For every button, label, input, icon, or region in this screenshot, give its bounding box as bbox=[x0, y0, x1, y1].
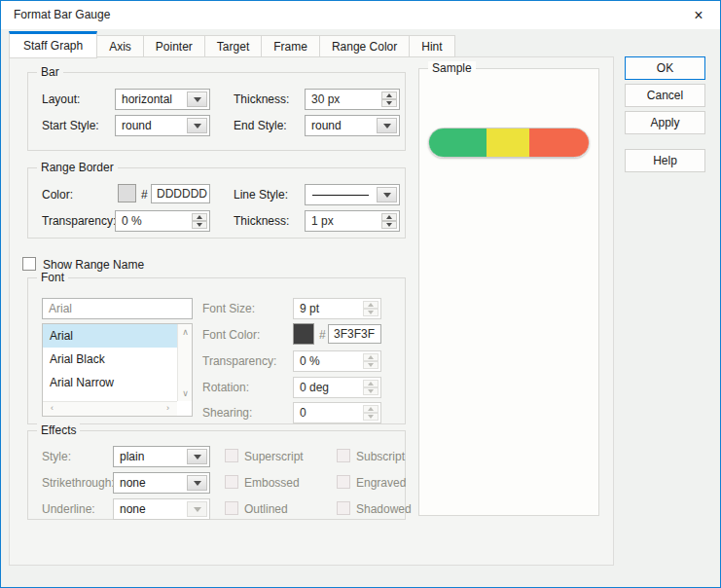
font-size-spinner: 9 pt bbox=[293, 298, 381, 319]
tab-range-color[interactable]: Range Color bbox=[319, 35, 410, 57]
tab-pointer[interactable]: Pointer bbox=[143, 35, 205, 57]
font-group-title: Font bbox=[37, 271, 68, 284]
border-color-label: Color: bbox=[42, 188, 73, 202]
spin-up-icon bbox=[363, 405, 379, 413]
engraved-checkbox[interactable] bbox=[337, 475, 350, 489]
shearing-spinner: 0 bbox=[293, 402, 381, 423]
spin-down-icon[interactable] bbox=[381, 221, 397, 229]
line-style-dropdown[interactable] bbox=[305, 184, 400, 205]
style-label: Style: bbox=[42, 450, 71, 463]
embossed-checkbox[interactable] bbox=[225, 475, 238, 489]
spin-up-icon bbox=[363, 380, 379, 387]
format-bar-gauge-dialog: Format Bar Gauge × Staff Graph Axis Poin… bbox=[0, 0, 721, 588]
chevron-down-icon[interactable] bbox=[187, 92, 207, 107]
range-border-group: Range Border Color: # DDDDDD Line Style:… bbox=[27, 167, 406, 239]
border-thickness-spinner[interactable]: 1 px bbox=[305, 210, 400, 232]
show-range-name-label: Show Range Name bbox=[43, 258, 144, 272]
style-dropdown[interactable]: plain bbox=[113, 446, 210, 467]
chevron-down-icon[interactable] bbox=[377, 187, 397, 202]
end-style-dropdown[interactable]: round bbox=[305, 115, 400, 136]
border-thickness-label: Thickness: bbox=[234, 214, 289, 228]
font-list-item[interactable]: Arial Narrow bbox=[43, 371, 177, 394]
strikethrough-label: Strikethrough: bbox=[42, 476, 115, 490]
spin-down-icon[interactable] bbox=[192, 221, 207, 229]
chevron-down-icon[interactable] bbox=[187, 118, 207, 133]
apply-button[interactable]: Apply bbox=[625, 111, 705, 134]
cancel-button[interactable]: Cancel bbox=[625, 84, 705, 107]
tab-hint[interactable]: Hint bbox=[409, 35, 454, 57]
hash-sign: # bbox=[319, 328, 326, 342]
chevron-up-icon[interactable]: ∧ bbox=[178, 327, 193, 337]
spin-up-icon[interactable] bbox=[192, 213, 207, 221]
help-button[interactable]: Help bbox=[625, 149, 705, 172]
chevron-down-icon[interactable] bbox=[187, 475, 207, 491]
font-color-hex-input[interactable]: 3F3F3F bbox=[328, 324, 381, 344]
border-transparency-spinner[interactable]: 0 % bbox=[115, 210, 210, 232]
gauge-segment-red bbox=[529, 129, 589, 157]
rotation-spinner: 0 deg bbox=[293, 377, 381, 398]
spin-up-icon[interactable] bbox=[381, 92, 397, 99]
tab-frame[interactable]: Frame bbox=[261, 35, 320, 57]
bar-group-title: Bar bbox=[37, 65, 63, 79]
ok-button[interactable]: OK bbox=[625, 56, 705, 80]
close-icon[interactable]: × bbox=[687, 5, 710, 25]
font-list[interactable]: Arial Arial Black Arial Narrow Arial Uni… bbox=[42, 323, 193, 417]
chevron-down-icon[interactable] bbox=[377, 118, 397, 133]
tab-target[interactable]: Target bbox=[204, 35, 262, 57]
hash-sign: # bbox=[141, 188, 148, 202]
layout-label: Layout: bbox=[42, 92, 80, 106]
superscript-checkbox[interactable] bbox=[225, 449, 238, 462]
font-list-item[interactable]: Arial Unicode MS bbox=[43, 394, 177, 401]
gauge-segment-yellow bbox=[487, 129, 529, 157]
outlined-label: Outlined bbox=[244, 502, 288, 516]
chevron-left-icon[interactable]: ‹ bbox=[45, 403, 59, 413]
font-group: Font Arial Arial Arial Black Arial Narro… bbox=[27, 277, 406, 424]
shearing-label: Shearing: bbox=[202, 406, 252, 420]
gauge-segment-green bbox=[429, 129, 487, 157]
chevron-down-icon[interactable] bbox=[187, 449, 207, 464]
border-transparency-label: Transparency: bbox=[42, 214, 116, 228]
spin-down-icon bbox=[363, 361, 379, 369]
sample-bar-gauge bbox=[428, 128, 590, 158]
spin-down-icon[interactable] bbox=[381, 99, 397, 107]
bar-thickness-spinner[interactable]: 30 px bbox=[305, 89, 400, 110]
line-style-label: Line Style: bbox=[234, 188, 288, 202]
border-color-swatch[interactable] bbox=[118, 184, 136, 202]
start-style-label: Start Style: bbox=[42, 119, 99, 132]
font-transparency-spinner: 0 % bbox=[293, 350, 381, 372]
strikethrough-dropdown[interactable]: none bbox=[113, 472, 210, 494]
underline-label: Underline: bbox=[42, 502, 95, 516]
shadowed-label: Shadowed bbox=[356, 502, 412, 516]
chevron-right-icon[interactable]: › bbox=[161, 403, 175, 413]
dialog-title: Format Bar Gauge bbox=[14, 8, 110, 21]
spin-up-icon bbox=[363, 353, 379, 361]
spin-down-icon bbox=[363, 387, 379, 395]
superscript-label: Superscript bbox=[244, 450, 304, 463]
layout-dropdown[interactable]: horizontal bbox=[115, 89, 210, 110]
font-transparency-label: Transparency: bbox=[202, 354, 276, 368]
font-name-input[interactable]: Arial bbox=[42, 298, 193, 319]
title-bar: Format Bar Gauge × bbox=[1, 1, 720, 29]
underline-dropdown: none bbox=[113, 498, 210, 520]
effects-group-title: Effects bbox=[37, 423, 80, 437]
outlined-checkbox[interactable] bbox=[225, 501, 238, 515]
tab-axis[interactable]: Axis bbox=[96, 35, 144, 57]
vertical-scrollbar[interactable]: ∧ ∨ bbox=[177, 324, 192, 401]
horizontal-scrollbar[interactable]: ‹ › bbox=[43, 401, 177, 416]
solid-line-sample bbox=[312, 195, 369, 196]
thickness-label: Thickness: bbox=[234, 92, 289, 106]
shadowed-checkbox[interactable] bbox=[337, 501, 350, 515]
spin-up-icon bbox=[363, 301, 379, 309]
font-list-item[interactable]: Arial bbox=[43, 324, 177, 348]
font-color-label: Font Color: bbox=[202, 328, 260, 342]
font-color-swatch[interactable] bbox=[293, 323, 314, 345]
chevron-down-icon[interactable]: ∨ bbox=[178, 388, 193, 398]
border-color-hex-input[interactable]: DDDDDD bbox=[151, 184, 210, 203]
spin-down-icon bbox=[363, 413, 379, 421]
start-style-dropdown[interactable]: round bbox=[115, 115, 210, 136]
font-list-item[interactable]: Arial Black bbox=[43, 348, 177, 371]
subscript-checkbox[interactable] bbox=[337, 449, 350, 462]
tab-staff-graph[interactable]: Staff Graph bbox=[9, 31, 97, 58]
spin-up-icon[interactable] bbox=[381, 213, 397, 221]
show-range-name-checkbox[interactable] bbox=[22, 257, 36, 271]
